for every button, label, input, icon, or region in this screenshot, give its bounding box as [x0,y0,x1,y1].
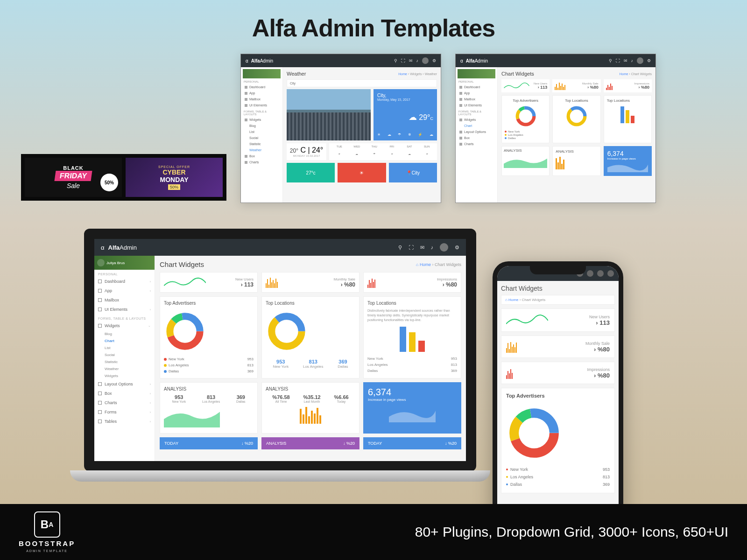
breadcrumb: Home › Widgets › Weather [398,72,437,76]
sidebar-forms[interactable]: Forms› [94,407,155,417]
sidebar-sub-chart[interactable]: Chart [94,337,155,344]
sidebar-header: PERSONAL [94,270,155,277]
cm-discount-badge: 50% [168,184,180,190]
top-locations-bars: Top Locations [604,95,652,143]
footer-tile-today2: TODAY↓ %20 [363,437,461,449]
footer: BA BOOTSTRAP ADMIN TEMPLATE 80+ Plugins,… [0,504,747,560]
analysis-area-card: ANALYSIS 953New York813Los Angeles369Dal… [160,382,258,434]
sidebar-box[interactable]: Box [243,153,281,159]
top-locations-donut: Top Locations 953New York813Los Angeles3… [261,296,359,378]
sidebar-sub[interactable]: Blog [243,123,281,129]
preview-charts: α AlfaAdmin ⚲⛶✉♪⚙ PERSONAL Dashboard App… [455,54,656,203]
page-heading: Weather [287,71,306,77]
bf-sale-text: Sale [67,182,80,189]
city-label: City [287,79,437,87]
weather-hero: City, Monday, May 15, 2017 ☁ 29°C ☀☁☂❄⚡☁ [374,89,437,140]
sidebar-dashboard[interactable]: Dashboard› [94,277,155,286]
sidebar-app[interactable]: App› [94,286,155,295]
sidebar-header-forms: FORMS, TABLE & LAYOUTS [244,110,280,116]
sidebar-sub-statistic[interactable]: Statistic [94,358,155,365]
analysis-bars: ANALYSIS [552,146,600,176]
brand-admin: Admin [260,58,273,63]
sidebar: PERSONAL Dashboard App Mailbox UI Elemen… [241,67,283,203]
sidebar-sub[interactable]: Statistic [243,141,281,147]
sidebar-header-personal: PERSONAL [244,80,280,83]
sidebar-ui[interactable]: UI Elements [243,102,281,108]
sidebar-widgets[interactable]: Widgets [243,117,281,123]
top-advertisers-card: Top AdvertisersNew YorkLos AngelesDallas [501,95,550,143]
stat-new-users: New Users› 113 [501,308,615,332]
sidebar-sub[interactable]: List [243,129,281,135]
sidebar-sub-social[interactable]: Social [94,351,155,358]
avatar[interactable] [422,57,429,64]
black-friday-panel: BLACK FRIDAY Sale 50% [25,158,122,197]
bootstrap-logo: BA BOOTSTRAP ADMIN TEMPLATE [19,511,75,553]
sidebar-mailbox[interactable]: Mailbox [243,96,281,102]
bell-icon[interactable]: ♪ [431,245,434,250]
sidebar-dashboard[interactable]: Dashboard [243,84,281,90]
gear-icon[interactable]: ⚙ [455,245,459,251]
sidebar-sub[interactable]: Social [243,135,281,141]
alpha-icon: α [101,244,105,251]
sidebar-sub-list[interactable]: List [94,344,155,351]
sidebar-user[interactable] [243,69,281,78]
sidebar-widgets[interactable]: Widgets⌄ [94,321,155,330]
sidebar-sub-weather[interactable]: Weather [243,147,281,153]
search-icon[interactable]: ⚲ [398,245,402,251]
sidebar-tables[interactable]: Tables› [94,417,155,426]
breadcrumb: ⌂ Home › Chart Widgets [501,295,615,305]
avatar[interactable] [637,57,643,64]
bell-icon[interactable]: ♪ [631,58,634,63]
sidebar-sub-weather[interactable]: Weather [94,365,155,372]
topbar: α AlfaAdmin ⚲ ⛶ ✉ ♪ ⚙ [94,239,466,256]
promo-banner[interactable]: BLACK FRIDAY Sale 50% SPECIAL OFFER CYBE… [21,154,226,201]
top-advertisers-card: Top Advertisers New York953 Los Angeles8… [501,388,615,493]
breadcrumb: ⌂ Home › Chart Widgets [416,262,461,267]
footer-tile-analysis: ANALYSIS↓ %20 [261,437,359,449]
laptop-base [70,470,490,482]
sidebar-user[interactable]: Juliya Brus [94,256,155,270]
cm-special-text: SPECIAL OFFER [158,165,190,168]
sidebar-mailbox[interactable]: Mailbox [94,295,155,305]
topbar: α AlfaAdmin ⚲ ⛶ ✉ ♪ ⚙ [241,54,441,67]
top-advertisers-card: Top Advertisers New York953 Los Angeles8… [160,296,258,378]
page-views-card: 6,374Increase in page views [604,146,652,176]
sidebar: Juliya Brus PERSONAL Dashboard› App› Mai… [94,256,155,461]
sidebar-charts[interactable]: Charts› [94,398,155,407]
gear-icon[interactable]: ⚙ [432,58,436,63]
brand-alfa: Alfa [251,58,260,63]
sidebar-ui[interactable]: UI Elements› [94,305,155,314]
analysis-area: ANALYSIS [501,146,550,176]
search-icon[interactable]: ⚲ [394,58,397,63]
stat-impressions: Impressions› %80 [501,362,615,384]
expand-icon[interactable]: ⛶ [409,245,414,250]
bell-icon[interactable] [587,270,593,277]
laptop-mockup: α AlfaAdmin ⚲ ⛶ ✉ ♪ ⚙ Juliya Brus PERSON… [70,229,490,499]
bf-friday-text: FRIDAY [54,171,92,181]
sidebar-header: FORMS, TABLE & LAYOUTS [94,314,155,321]
bell-icon[interactable]: ♪ [416,58,419,63]
avatar[interactable] [597,270,604,277]
page-views-card: 6,374 Increase in page views [363,382,461,434]
stat-new-users: New Users› 113 [501,79,550,92]
sidebar-sub-widgets[interactable]: Widgets [94,372,155,379]
sidebar-app[interactable]: App [243,90,281,96]
gear-icon[interactable] [607,270,614,277]
sidebar-box[interactable]: Box› [94,389,155,398]
sidebar: PERSONAL Dashboard App Mailbox UI Elemen… [456,67,498,203]
page-heading: Chart Widgets [501,285,615,292]
sidebar-sub-blog[interactable]: Blog [94,330,155,337]
expand-icon[interactable]: ⛶ [401,58,405,63]
mail-icon[interactable]: ✉ [624,58,627,63]
alpha-icon: α [460,58,463,63]
sidebar-charts[interactable]: Charts [243,159,281,165]
footer-tile-today: TODAY↓ %20 [160,437,258,449]
mail-icon[interactable]: ✉ [409,58,413,63]
sidebar-layout[interactable]: Layout Options› [94,379,155,389]
top-locations-donut: Top Locations [552,95,600,143]
avatar[interactable] [440,243,448,252]
gear-icon[interactable]: ⚙ [647,58,651,63]
expand-icon[interactable]: ⛶ [616,58,620,63]
search-icon[interactable]: ⚲ [609,58,612,63]
mail-icon[interactable]: ✉ [420,245,424,251]
